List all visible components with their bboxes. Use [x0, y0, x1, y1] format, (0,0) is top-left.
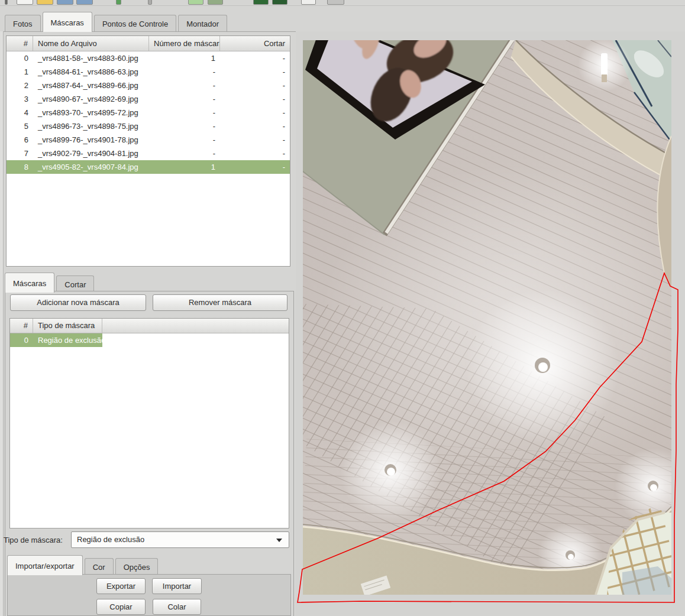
import-button[interactable]: Importar: [152, 578, 202, 594]
cell-mask-num: 0: [10, 333, 33, 347]
mask-tab-bar: Máscaras Cortar: [5, 271, 96, 292]
col-header-crop[interactable]: Cortar: [220, 36, 290, 51]
main-tab-3[interactable]: Montador: [178, 15, 227, 32]
tool-icon[interactable]: [148, 0, 152, 5]
cell-masks: -: [149, 133, 220, 147]
cell-name: _vrs4887-64-_vrs4889-66.jpg: [33, 79, 149, 92]
fluorescent-tube: [601, 53, 608, 76]
toolbar: [0, 0, 685, 6]
open-project-icon[interactable]: [37, 0, 53, 5]
hugin-masks-window: FotosMáscarasPontos de ControleMontador …: [0, 0, 685, 616]
cell-name: _vrs4899-76-_vrs4901-78.jpg: [33, 133, 149, 147]
tab-color[interactable]: Cor: [85, 558, 114, 575]
main-tab-0[interactable]: Fotos: [5, 15, 41, 32]
grid-icon[interactable]: [327, 0, 344, 5]
files-table-header: # Nome do Arquivo Número de máscara Cort…: [7, 36, 290, 51]
mask-row[interactable]: 0Região de exclusão: [10, 333, 289, 347]
col-header-filler: [102, 319, 289, 333]
col-header-mask-count[interactable]: Número de máscara: [149, 36, 220, 51]
cell-num: 6: [7, 133, 33, 147]
cell-crop: -: [220, 133, 290, 147]
cell-name: _vrs4896-73-_vrs4898-75.jpg: [33, 119, 149, 133]
files-table: # Nome do Arquivo Número de máscara Cort…: [6, 35, 290, 267]
cell-masks: -: [149, 106, 220, 119]
cell-num: 2: [7, 79, 33, 92]
cell-name: _vrs4902-79-_vrs4904-81.jpg: [33, 147, 149, 160]
table-row[interactable]: 1_vrs4884-61-_vrs4886-63.jpg--: [7, 65, 290, 79]
table-row[interactable]: 7_vrs4902-79-_vrs4904-81.jpg--: [7, 147, 290, 160]
main-tab-bar: FotosMáscarasPontos de ControleMontador: [0, 11, 685, 31]
cell-name: _vrs4884-61-_vrs4886-63.jpg: [33, 65, 149, 79]
cell-crop: -: [220, 79, 290, 92]
page-icon[interactable]: [301, 0, 316, 5]
cell-masks: -: [149, 65, 220, 79]
cell-num: 7: [7, 147, 33, 160]
table-row[interactable]: 6_vrs4899-76-_vrs4901-78.jpg--: [7, 133, 290, 147]
tab-masks[interactable]: Máscaras: [5, 273, 54, 293]
col-header-mask-number[interactable]: #: [10, 319, 33, 333]
table-row[interactable]: 4_vrs4893-70-_vrs4895-72.jpg--: [7, 106, 290, 119]
tab-crop[interactable]: Cortar: [56, 275, 94, 293]
mask-type-value: Região de exclusão: [77, 535, 144, 544]
stitch-icon[interactable]: [272, 0, 287, 5]
main-tab-1[interactable]: Máscaras: [43, 12, 92, 32]
chevron-down-icon: [276, 539, 282, 542]
col-header-filename[interactable]: Nome do Arquivo: [33, 36, 149, 51]
cell-crop: -: [220, 106, 290, 119]
cell-masks: -: [149, 119, 220, 133]
cell-num: 0: [7, 51, 33, 65]
cell-masks: -: [149, 147, 220, 160]
gl-preview-icon[interactable]: [208, 0, 223, 5]
cell-name: _vrs4893-70-_vrs4895-72.jpg: [33, 106, 149, 119]
ceiling-light-left: [340, 421, 441, 521]
cell-num: 8: [7, 160, 33, 174]
cell-mask-type: Região de exclusão: [33, 333, 102, 347]
cell-crop: -: [220, 51, 290, 65]
ceiling-light-main: [466, 290, 619, 443]
export-button[interactable]: Exportar: [96, 578, 146, 594]
cell-masks: 1: [149, 160, 220, 174]
cell-name: _vrs4905-82-_vrs4907-84.jpg: [33, 160, 149, 174]
mask-type-combo[interactable]: Região de exclusão: [71, 531, 289, 548]
copy-button[interactable]: Copiar: [96, 599, 146, 615]
remove-mask-button[interactable]: Remover máscara: [153, 294, 287, 311]
optimize-icon[interactable]: [253, 0, 269, 5]
new-project-icon[interactable]: [17, 0, 33, 5]
table-row[interactable]: 8_vrs4905-82-_vrs4907-84.jpg1-: [7, 160, 290, 174]
mask-editor-canvas[interactable]: [296, 31, 685, 616]
io-tab-bar: Importar/exportar Cor Opções: [7, 553, 160, 575]
cell-num: 5: [7, 119, 33, 133]
add-mask-button[interactable]: Adicionar nova máscara: [10, 294, 146, 311]
cell-name: _vrs4881-58-_vrs4883-60.jpg: [33, 51, 149, 65]
paste-button[interactable]: Colar: [153, 599, 201, 615]
preview-icon[interactable]: [188, 0, 203, 5]
table-row[interactable]: 3_vrs4890-67-_vrs4892-69.jpg--: [7, 92, 290, 106]
save-project-icon[interactable]: [57, 0, 73, 5]
panorama-photo[interactable]: [303, 40, 671, 595]
files-table-body: 0_vrs4881-58-_vrs4883-60.jpg1-1_vrs4884-…: [7, 51, 290, 174]
cell-masks: -: [149, 92, 220, 106]
col-header-mask-type[interactable]: Tipo de máscara: [33, 319, 102, 333]
cell-crop: -: [220, 65, 290, 79]
window-left-frame: [0, 31, 4, 616]
cell-num: 1: [7, 65, 33, 79]
cell-crop: -: [220, 92, 290, 106]
tab-options[interactable]: Opções: [115, 558, 159, 575]
mask-list: # Tipo de máscara 0Região de exclusão: [9, 318, 289, 529]
window-edge-icon[interactable]: [5, 0, 8, 5]
table-row[interactable]: 0_vrs4881-58-_vrs4883-60.jpg1-: [7, 51, 290, 65]
io-panel: [7, 574, 291, 616]
cell-crop: -: [220, 119, 290, 133]
mask-list-header: # Tipo de máscara: [10, 319, 289, 333]
mask-type-label: Tipo de máscara:: [4, 536, 63, 545]
table-row[interactable]: 2_vrs4887-64-_vrs4889-66.jpg--: [7, 79, 290, 92]
assistant-icon[interactable]: [116, 0, 121, 5]
col-header-number[interactable]: #: [7, 36, 33, 51]
mask-list-body: 0Região de exclusão: [10, 333, 289, 347]
table-row[interactable]: 5_vrs4896-73-_vrs4898-75.jpg--: [7, 119, 290, 133]
tube-base: [602, 74, 607, 82]
save-as-icon[interactable]: [76, 0, 93, 5]
cell-crop: -: [220, 147, 290, 160]
tab-import-export[interactable]: Importar/exportar: [7, 555, 83, 575]
main-tab-2[interactable]: Pontos de Controle: [94, 15, 176, 32]
